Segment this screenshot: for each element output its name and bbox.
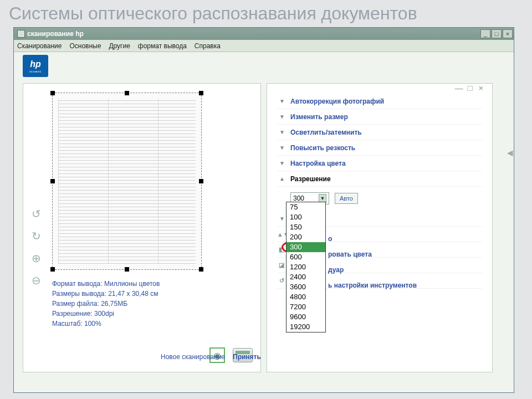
maximize-button[interactable]: □ <box>492 29 502 38</box>
window-title: сканирование hp <box>27 30 479 38</box>
close-button[interactable]: × <box>503 29 513 38</box>
peek-label-4: ь настройки инструментов <box>328 282 417 289</box>
crop-handle[interactable] <box>125 91 129 95</box>
resolution-option[interactable]: 150 <box>287 222 325 232</box>
new-scan-link[interactable]: Новое сканирование <box>161 353 225 361</box>
rotate-left-icon[interactable]: ↺ <box>28 206 44 222</box>
hp-logo-subtext: invent <box>29 70 42 73</box>
info-output-size: Размеры вывода: 21,47 x 30,48 см <box>52 289 196 299</box>
info-file-size: Размер файла: 26,75МБ <box>52 299 196 309</box>
reset-icon: ↺ <box>277 277 286 284</box>
accept-link[interactable]: Принять <box>233 353 261 361</box>
chevron-down-icon: ▼ <box>277 98 287 104</box>
chevron-down-icon: ▼ <box>277 129 287 135</box>
crop-handle[interactable] <box>50 179 55 183</box>
acc-sharpen[interactable]: ▼ Повысить резкость <box>277 140 482 156</box>
invert-icon: ◧ <box>277 246 286 253</box>
acc-label: Изменить размер <box>290 113 348 121</box>
resolution-option[interactable]: 3600 <box>287 282 325 292</box>
resolution-option[interactable]: 300 <box>287 242 325 252</box>
main-area: ↺ ↻ ⊕ ⊖ Формат вывода: Миллионы цветов Р… <box>14 80 514 392</box>
info-scale: Масштаб: 100% <box>52 319 196 329</box>
zoom-out-icon[interactable]: ⊖ <box>28 272 44 289</box>
resolution-option[interactable]: 1200 <box>287 262 325 272</box>
scan-preview[interactable] <box>52 93 202 270</box>
resolution-dropdown[interactable]: 7510015020030060012002400360048007200960… <box>286 202 326 332</box>
crop-handle[interactable] <box>125 267 129 272</box>
palette-icon: ◪ <box>277 262 286 269</box>
zoom-in-icon[interactable]: ⊕ <box>28 250 44 267</box>
acc-label: Разрешение <box>290 175 331 183</box>
slide-title: Системы оптического распознавания докуме… <box>0 0 532 27</box>
menu-other[interactable]: Другие <box>109 42 130 50</box>
hp-logo: hp invent <box>23 55 48 77</box>
resolution-option[interactable]: 600 <box>287 252 325 262</box>
acc-label: Повысить резкость <box>290 144 355 152</box>
mirror-icon: ▲▼ <box>277 231 286 238</box>
info-output-format: Формат вывода: Миллионы цветов <box>52 279 196 289</box>
auto-button[interactable]: Авто <box>335 193 358 204</box>
crop-handle[interactable] <box>199 91 203 95</box>
panel-close-icon[interactable]: × <box>475 83 487 93</box>
menu-help[interactable]: Справка <box>195 42 221 50</box>
chevron-down-icon: ▼ <box>277 160 287 166</box>
chevron-up-icon: ▲ <box>277 176 287 182</box>
chevron-down-icon: ▼ <box>277 145 287 151</box>
menubar: Сканирование Основные Другие формат выво… <box>14 40 514 52</box>
crop-handle[interactable] <box>199 179 203 183</box>
resolution-option[interactable]: 7200 <box>287 302 325 312</box>
acc-resize[interactable]: ▼ Изменить размер <box>277 109 482 125</box>
resolution-value: 300 <box>293 195 304 202</box>
resolution-option[interactable]: 75 <box>287 202 325 212</box>
acc-label: Осветлить/затемнить <box>290 129 362 136</box>
document-noise <box>58 99 196 264</box>
hp-logo-text: hp <box>30 59 41 69</box>
peek-label-1: о <box>328 235 332 243</box>
rotate-right-icon[interactable]: ↻ <box>28 228 44 244</box>
app-header: hp invent <box>14 52 514 80</box>
resolution-option[interactable]: 19200 <box>287 322 325 332</box>
acc-label: Настройка цвета <box>290 160 346 167</box>
acc-resolution[interactable]: ▲ Разрешение <box>277 171 482 187</box>
acc-autocorrect[interactable]: ▼ Автокоррекция фотографий <box>277 94 482 109</box>
panel-minimize-icon[interactable]: — <box>453 83 464 93</box>
titlebar: сканирование hp _ □ × <box>14 28 514 40</box>
app-window: сканирование hp _ □ × Сканирование Основ… <box>13 27 514 393</box>
peek-label-3: дуар <box>328 266 344 274</box>
menu-basic[interactable]: Основные <box>69 42 101 50</box>
info-block: Формат вывода: Миллионы цветов Размеры в… <box>52 279 196 329</box>
panel-maximize-icon[interactable]: □ <box>464 83 475 93</box>
minimize-button[interactable]: _ <box>480 29 490 38</box>
crop-handle[interactable] <box>199 267 203 272</box>
crop-handle[interactable] <box>50 91 55 95</box>
acc-lighten[interactable]: ▼ Осветлить/затемнить <box>277 125 482 140</box>
preview-panel: ↺ ↻ ⊕ ⊖ Формат вывода: Миллионы цветов Р… <box>23 83 261 372</box>
acc-color[interactable]: ▼ Настройка цвета <box>277 156 482 171</box>
app-icon <box>17 30 25 38</box>
crop-handle[interactable] <box>50 267 55 272</box>
resolution-option[interactable]: 100 <box>287 212 325 222</box>
collapse-arrow-icon[interactable]: ◄ <box>505 147 515 159</box>
resolution-option[interactable]: 2400 <box>287 272 325 282</box>
menu-output-format[interactable]: формат вывода <box>138 42 187 50</box>
settings-panel: — □ × ▼ Автокоррекция фотографий ▼ Измен… <box>267 83 493 372</box>
resolution-option[interactable]: 200 <box>287 232 325 242</box>
info-resolution: Разрешение: 300dpi <box>52 309 196 319</box>
resolution-option[interactable]: 4800 <box>287 292 325 302</box>
resolution-option[interactable]: 9600 <box>287 312 325 322</box>
chevron-down-icon: ▼ <box>277 114 287 120</box>
peek-label-2: ровать цвета <box>328 250 372 258</box>
menu-scanning[interactable]: Сканирование <box>17 42 62 50</box>
acc-label: Автокоррекция фотографий <box>290 98 384 105</box>
